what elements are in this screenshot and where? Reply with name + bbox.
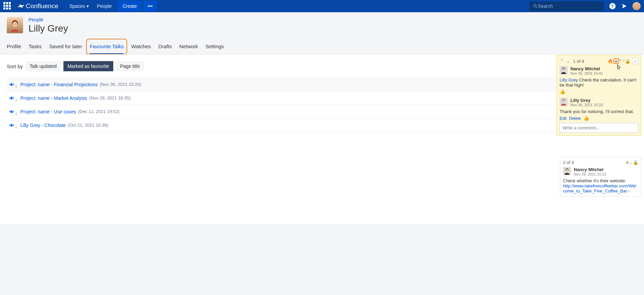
tab-tasks[interactable]: Tasks: [29, 40, 42, 54]
svg-text:?: ?: [611, 4, 614, 9]
talk-date: (Dec 11, 2021 19:52): [78, 109, 119, 114]
page-title: Lilly Grey: [28, 23, 68, 34]
top-nav: Confluence Spaces ▾ People Create ••• ?: [0, 0, 644, 12]
comment-author: Nancy Mitchel: [570, 66, 638, 71]
comment: Lilly Grey Nov 30, 2021 15:20: [560, 98, 638, 107]
megaphone-icon: 1: [7, 95, 17, 101]
conversation-header: ⌃ ⌄ 1 of 4 🔥 ★ ⌃⌃ 🔒 ✓: [560, 58, 638, 64]
notifications-icon[interactable]: [621, 3, 628, 10]
tab-saved[interactable]: Saved for later: [49, 40, 82, 54]
confluence-icon: [18, 3, 24, 10]
comment: Nancy Mitchel Nov 30, 2021 14:41: [560, 66, 638, 75]
resolve-check-icon[interactable]: ✓: [632, 58, 638, 64]
talk-row[interactable]: 1 Lilly Grey - Chocolate (Oct 21, 2021 1…: [7, 118, 637, 132]
sort-talk-updated[interactable]: Talk updated: [26, 61, 61, 71]
talk-row[interactable]: 2 Project: name - Financial Projections …: [7, 77, 637, 91]
nav-items: Spaces ▾ People Create •••: [65, 1, 157, 12]
profile-avatar: [7, 17, 23, 33]
talk-link[interactable]: Project: name - Financial Projections: [20, 82, 98, 87]
sort-row: Sort by Talk updated Marked as favourite…: [7, 61, 637, 71]
comment-text: Thank you for noticing. I'll correct tha…: [560, 109, 638, 114]
comment-avatar: [563, 167, 571, 175]
tab-drafts[interactable]: Drafts: [158, 40, 172, 54]
help-icon[interactable]: ?: [609, 2, 616, 10]
talk-link[interactable]: Project: name - Market Analysis: [20, 95, 87, 101]
priority-down-icon[interactable]: ↓: [630, 160, 632, 165]
search-input[interactable]: [538, 3, 601, 9]
app-switcher-icon[interactable]: [3, 2, 12, 10]
flame-icon[interactable]: 🔥: [608, 58, 613, 64]
talk-date: (Oct 21, 2021 10:38): [68, 123, 108, 128]
talk-count-badge: 1: [15, 98, 17, 102]
comment-avatar: [560, 98, 568, 106]
talk-count-badge: 1: [15, 126, 17, 129]
prev-icon[interactable]: ⌃: [560, 59, 564, 63]
comment-timestamp: Nov 28, 2021 21:21: [574, 172, 638, 176]
logo-text: Confluence: [26, 2, 58, 10]
profile-tabs: Profile Tasks Saved for later Favourite …: [0, 40, 644, 54]
conversation-card: 2 of 4 ★ ↓ 🔒 Nancy Mitchel Nov 28, 2021 …: [560, 157, 641, 197]
confluence-logo[interactable]: Confluence: [18, 2, 58, 10]
svg-point-13: [566, 169, 568, 171]
lock-icon[interactable]: 🔒: [633, 160, 638, 165]
svg-point-9: [562, 68, 565, 71]
delete-link[interactable]: Delete: [569, 116, 581, 121]
comment-timestamp: Nov 30, 2021 15:20: [570, 103, 638, 107]
external-link[interactable]: http://www.takefivecoffeebar.com/Welcome…: [563, 183, 636, 193]
talk-link[interactable]: Project: name - Use cases: [20, 109, 76, 114]
talk-list: 2 Project: name - Financial Projections …: [7, 77, 637, 132]
mention-link[interactable]: Lilly Grey: [560, 77, 578, 82]
tab-watches[interactable]: Watches: [131, 40, 151, 54]
svg-point-11: [562, 100, 565, 102]
svg-point-7: [16, 24, 16, 24]
next-icon[interactable]: ⌄: [566, 59, 570, 63]
priority-icon[interactable]: ⌃⌃: [619, 58, 625, 64]
conversation-popover: ⌃ ⌄ 1 of 4 🔥 ★ ⌃⌃ 🔒 ✓ Nancy Mitchel Nov …: [557, 55, 641, 136]
megaphone-icon: 1: [7, 122, 17, 128]
nav-spaces[interactable]: Spaces ▾: [65, 1, 93, 12]
star-icon[interactable]: ★: [625, 160, 629, 165]
like-icon[interactable]: 👍: [583, 115, 589, 121]
conversation-counter: 2 of 4: [563, 160, 574, 165]
conversation-counter: 1 of 4: [573, 59, 584, 64]
chevron-down-icon: ▾: [86, 3, 89, 9]
svg-line-1: [536, 7, 537, 8]
reply-input[interactable]: [560, 123, 638, 133]
comment-text: Check whether it's their website:: [563, 178, 638, 183]
topbar-right: ?: [529, 1, 641, 11]
search-box[interactable]: [529, 1, 604, 11]
talk-row[interactable]: 2 Project: name - Use cases (Dec 11, 202…: [7, 105, 637, 118]
comment-timestamp: Nov 30, 2021 14:41: [570, 71, 638, 75]
lock-icon[interactable]: 🔒: [625, 58, 630, 64]
main-content: Sort by Talk updated Marked as favourite…: [0, 54, 644, 224]
nav-more-button[interactable]: •••: [143, 1, 157, 12]
megaphone-icon: 2: [7, 109, 17, 115]
sort-page-title[interactable]: Page title: [116, 61, 144, 71]
comment-avatar: [560, 66, 568, 74]
create-button[interactable]: Create: [118, 1, 141, 12]
comment-actions: Edit Delete 👍: [560, 115, 638, 121]
svg-point-6: [14, 24, 14, 24]
card-header: 2 of 4 ★ ↓ 🔒: [563, 160, 638, 165]
talk-row[interactable]: 1 Project: name - Market Analysis (Nov 2…: [7, 91, 637, 105]
talk-link[interactable]: Lilly Grey - Chocolate: [20, 123, 66, 128]
megaphone-icon: 2: [7, 81, 17, 88]
tab-favourite-talks[interactable]: Favourite Talks: [90, 40, 124, 54]
svg-point-0: [533, 4, 536, 7]
comment-text: Lilly Grey Check the calculation. It can…: [560, 77, 638, 88]
tab-profile[interactable]: Profile: [7, 40, 21, 54]
like-icon[interactable]: 👍: [560, 89, 638, 94]
tab-network[interactable]: Network: [179, 40, 198, 54]
nav-people[interactable]: People: [93, 1, 116, 12]
sort-marked-favourite[interactable]: Marked as favourite: [63, 61, 113, 71]
talk-count-badge: 2: [15, 112, 17, 115]
user-avatar[interactable]: [632, 2, 641, 10]
tab-settings[interactable]: Settings: [206, 40, 224, 54]
breadcrumb[interactable]: People: [28, 17, 68, 22]
external-icon: ↗: [627, 189, 630, 193]
talk-date: (Nov 30, 2021 15:20): [100, 82, 141, 87]
talk-date: (Nov 29, 2021 18:35): [89, 95, 131, 100]
comment-author: Nancy Mitchel: [574, 167, 638, 172]
page-header: People Lilly Grey: [0, 12, 644, 34]
edit-link[interactable]: Edit: [560, 116, 567, 121]
